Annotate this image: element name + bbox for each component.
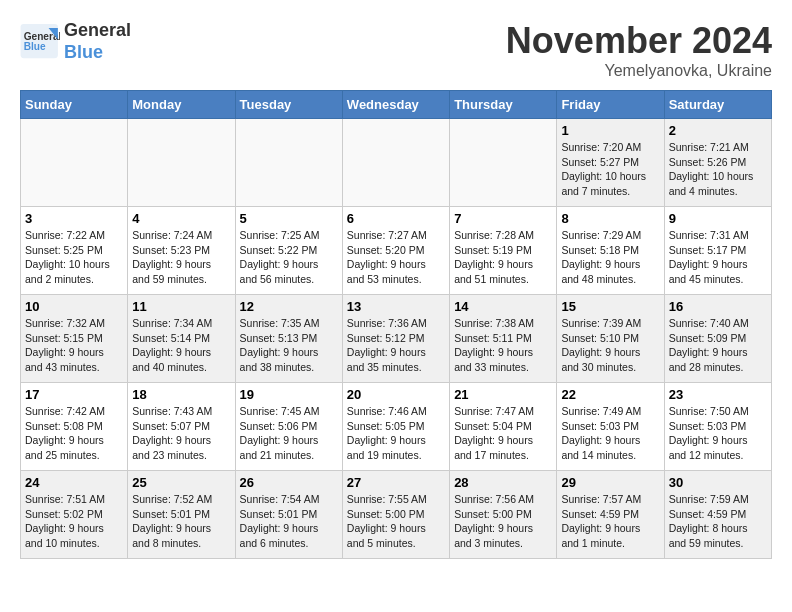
day-info: Sunrise: 7:39 AM Sunset: 5:10 PM Dayligh… [561,316,659,375]
logo-text: GeneralBlue [64,20,131,63]
day-info: Sunrise: 7:55 AM Sunset: 5:00 PM Dayligh… [347,492,445,551]
weekday-header: Thursday [450,91,557,119]
weekday-header: Friday [557,91,664,119]
day-number: 19 [240,387,338,402]
day-number: 10 [25,299,123,314]
day-number: 3 [25,211,123,226]
day-number: 14 [454,299,552,314]
day-info: Sunrise: 7:56 AM Sunset: 5:00 PM Dayligh… [454,492,552,551]
weekday-header: Wednesday [342,91,449,119]
weekday-header: Tuesday [235,91,342,119]
day-number: 21 [454,387,552,402]
day-info: Sunrise: 7:57 AM Sunset: 4:59 PM Dayligh… [561,492,659,551]
day-number: 22 [561,387,659,402]
day-info: Sunrise: 7:32 AM Sunset: 5:15 PM Dayligh… [25,316,123,375]
day-info: Sunrise: 7:46 AM Sunset: 5:05 PM Dayligh… [347,404,445,463]
day-number: 26 [240,475,338,490]
calendar-cell: 2Sunrise: 7:21 AM Sunset: 5:26 PM Daylig… [664,119,771,207]
month-title: November 2024 [506,20,772,62]
day-info: Sunrise: 7:45 AM Sunset: 5:06 PM Dayligh… [240,404,338,463]
day-info: Sunrise: 7:28 AM Sunset: 5:19 PM Dayligh… [454,228,552,287]
logo-icon: General Blue [20,24,60,59]
day-number: 29 [561,475,659,490]
day-number: 24 [25,475,123,490]
day-info: Sunrise: 7:35 AM Sunset: 5:13 PM Dayligh… [240,316,338,375]
calendar-cell: 29Sunrise: 7:57 AM Sunset: 4:59 PM Dayli… [557,471,664,559]
day-info: Sunrise: 7:20 AM Sunset: 5:27 PM Dayligh… [561,140,659,199]
calendar-week-row: 3Sunrise: 7:22 AM Sunset: 5:25 PM Daylig… [21,207,772,295]
calendar-week-row: 10Sunrise: 7:32 AM Sunset: 5:15 PM Dayli… [21,295,772,383]
day-number: 17 [25,387,123,402]
location-subtitle: Yemelyanovka, Ukraine [506,62,772,80]
logo: General Blue GeneralBlue [20,20,131,63]
calendar-week-row: 17Sunrise: 7:42 AM Sunset: 5:08 PM Dayli… [21,383,772,471]
day-info: Sunrise: 7:29 AM Sunset: 5:18 PM Dayligh… [561,228,659,287]
calendar-table: SundayMondayTuesdayWednesdayThursdayFrid… [20,90,772,559]
day-number: 7 [454,211,552,226]
day-info: Sunrise: 7:27 AM Sunset: 5:20 PM Dayligh… [347,228,445,287]
calendar-cell [450,119,557,207]
day-info: Sunrise: 7:42 AM Sunset: 5:08 PM Dayligh… [25,404,123,463]
calendar-header-row: SundayMondayTuesdayWednesdayThursdayFrid… [21,91,772,119]
day-info: Sunrise: 7:36 AM Sunset: 5:12 PM Dayligh… [347,316,445,375]
calendar-cell [235,119,342,207]
day-number: 15 [561,299,659,314]
calendar-cell: 28Sunrise: 7:56 AM Sunset: 5:00 PM Dayli… [450,471,557,559]
day-number: 5 [240,211,338,226]
day-info: Sunrise: 7:38 AM Sunset: 5:11 PM Dayligh… [454,316,552,375]
day-number: 18 [132,387,230,402]
calendar-cell [128,119,235,207]
day-info: Sunrise: 7:40 AM Sunset: 5:09 PM Dayligh… [669,316,767,375]
day-info: Sunrise: 7:59 AM Sunset: 4:59 PM Dayligh… [669,492,767,551]
calendar-cell: 4Sunrise: 7:24 AM Sunset: 5:23 PM Daylig… [128,207,235,295]
calendar-cell: 22Sunrise: 7:49 AM Sunset: 5:03 PM Dayli… [557,383,664,471]
weekday-header: Monday [128,91,235,119]
day-number: 2 [669,123,767,138]
day-number: 11 [132,299,230,314]
day-number: 25 [132,475,230,490]
day-info: Sunrise: 7:43 AM Sunset: 5:07 PM Dayligh… [132,404,230,463]
calendar-cell: 25Sunrise: 7:52 AM Sunset: 5:01 PM Dayli… [128,471,235,559]
calendar-cell: 16Sunrise: 7:40 AM Sunset: 5:09 PM Dayli… [664,295,771,383]
calendar-cell: 1Sunrise: 7:20 AM Sunset: 5:27 PM Daylig… [557,119,664,207]
day-number: 4 [132,211,230,226]
day-info: Sunrise: 7:51 AM Sunset: 5:02 PM Dayligh… [25,492,123,551]
day-number: 23 [669,387,767,402]
calendar-cell: 14Sunrise: 7:38 AM Sunset: 5:11 PM Dayli… [450,295,557,383]
calendar-cell: 12Sunrise: 7:35 AM Sunset: 5:13 PM Dayli… [235,295,342,383]
calendar-week-row: 1Sunrise: 7:20 AM Sunset: 5:27 PM Daylig… [21,119,772,207]
weekday-header: Saturday [664,91,771,119]
calendar-cell: 21Sunrise: 7:47 AM Sunset: 5:04 PM Dayli… [450,383,557,471]
day-number: 13 [347,299,445,314]
day-number: 20 [347,387,445,402]
day-info: Sunrise: 7:25 AM Sunset: 5:22 PM Dayligh… [240,228,338,287]
day-info: Sunrise: 7:54 AM Sunset: 5:01 PM Dayligh… [240,492,338,551]
calendar-cell: 3Sunrise: 7:22 AM Sunset: 5:25 PM Daylig… [21,207,128,295]
day-info: Sunrise: 7:21 AM Sunset: 5:26 PM Dayligh… [669,140,767,199]
day-info: Sunrise: 7:34 AM Sunset: 5:14 PM Dayligh… [132,316,230,375]
day-number: 1 [561,123,659,138]
calendar-cell: 20Sunrise: 7:46 AM Sunset: 5:05 PM Dayli… [342,383,449,471]
day-number: 28 [454,475,552,490]
day-info: Sunrise: 7:49 AM Sunset: 5:03 PM Dayligh… [561,404,659,463]
calendar-cell: 13Sunrise: 7:36 AM Sunset: 5:12 PM Dayli… [342,295,449,383]
calendar-cell: 23Sunrise: 7:50 AM Sunset: 5:03 PM Dayli… [664,383,771,471]
day-number: 8 [561,211,659,226]
calendar-cell: 18Sunrise: 7:43 AM Sunset: 5:07 PM Dayli… [128,383,235,471]
calendar-cell: 19Sunrise: 7:45 AM Sunset: 5:06 PM Dayli… [235,383,342,471]
calendar-cell [21,119,128,207]
calendar-cell: 30Sunrise: 7:59 AM Sunset: 4:59 PM Dayli… [664,471,771,559]
calendar-cell: 11Sunrise: 7:34 AM Sunset: 5:14 PM Dayli… [128,295,235,383]
day-info: Sunrise: 7:50 AM Sunset: 5:03 PM Dayligh… [669,404,767,463]
calendar-cell: 8Sunrise: 7:29 AM Sunset: 5:18 PM Daylig… [557,207,664,295]
calendar-cell: 6Sunrise: 7:27 AM Sunset: 5:20 PM Daylig… [342,207,449,295]
calendar-cell: 26Sunrise: 7:54 AM Sunset: 5:01 PM Dayli… [235,471,342,559]
day-number: 30 [669,475,767,490]
calendar-cell: 5Sunrise: 7:25 AM Sunset: 5:22 PM Daylig… [235,207,342,295]
calendar-cell: 7Sunrise: 7:28 AM Sunset: 5:19 PM Daylig… [450,207,557,295]
day-number: 12 [240,299,338,314]
day-info: Sunrise: 7:47 AM Sunset: 5:04 PM Dayligh… [454,404,552,463]
calendar-cell: 27Sunrise: 7:55 AM Sunset: 5:00 PM Dayli… [342,471,449,559]
title-block: November 2024 Yemelyanovka, Ukraine [506,20,772,80]
calendar-week-row: 24Sunrise: 7:51 AM Sunset: 5:02 PM Dayli… [21,471,772,559]
